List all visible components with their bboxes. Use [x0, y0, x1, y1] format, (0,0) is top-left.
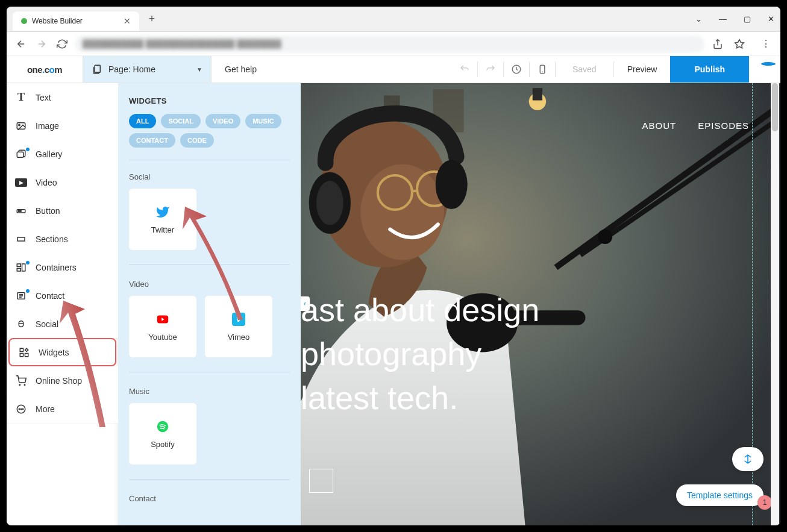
social-icon: [15, 319, 27, 330]
close-window-icon[interactable]: ✕: [768, 14, 774, 23]
redo-icon[interactable]: [478, 56, 503, 83]
svg-point-3: [770, 66, 772, 70]
site-nav: ABOUT EPISODES: [642, 120, 749, 131]
sidebar-item-contact[interactable]: Contact: [7, 281, 118, 310]
logo[interactable]: one.com: [7, 56, 83, 83]
svg-rect-14: [20, 348, 23, 351]
page-value: Home: [133, 64, 155, 74]
scrollbar[interactable]: [771, 83, 779, 525]
design-tools-button[interactable]: [732, 447, 763, 471]
chevron-down-icon[interactable]: ⌄: [695, 14, 702, 23]
share-icon[interactable]: [710, 37, 725, 51]
profile-button[interactable]: [749, 56, 780, 83]
sidebar-item-shop[interactable]: Online Shop: [7, 366, 118, 395]
sidebar-item-label: Online Shop: [36, 376, 82, 386]
svg-rect-15: [25, 353, 28, 356]
panel-title: WIDGETS: [129, 96, 290, 105]
more-icon: [15, 404, 27, 415]
app-topbar: one.com Page: Home ▼ Get help: [7, 56, 780, 83]
reload-icon[interactable]: [55, 37, 69, 51]
widget-twitter[interactable]: Twitter: [129, 189, 196, 250]
sidebar-item-image[interactable]: Image: [7, 111, 118, 140]
svg-rect-0: [95, 65, 100, 72]
widget-youtube[interactable]: Youtube: [129, 296, 196, 357]
widgets-icon: [18, 347, 30, 358]
preview-button[interactable]: Preview: [614, 56, 671, 83]
video-icon: ▶: [15, 178, 27, 187]
sidebar-item-label: Sections: [36, 234, 68, 244]
svg-rect-9: [17, 237, 25, 241]
sidebar-item-text[interactable]: T Text: [7, 83, 118, 111]
sidebar-item-label: Image: [36, 121, 59, 131]
minimize-icon[interactable]: —: [719, 14, 727, 23]
template-settings-button[interactable]: Template settings: [676, 484, 763, 506]
svg-rect-39: [533, 88, 542, 100]
maximize-icon[interactable]: ▢: [744, 14, 751, 23]
history-icon[interactable]: [504, 56, 529, 83]
nav-about[interactable]: ABOUT: [642, 120, 677, 131]
svg-point-33: [316, 181, 343, 225]
tag-video[interactable]: VIDEO: [205, 114, 240, 128]
section-video: Video: [129, 280, 290, 289]
nav-episodes[interactable]: EPISODES: [698, 120, 749, 131]
undo-icon[interactable]: [452, 56, 477, 83]
sidebar-item-label: Text: [36, 93, 51, 102]
sidebar-item-more[interactable]: More: [7, 395, 118, 423]
page-selector[interactable]: Page: Home ▼: [83, 56, 212, 83]
svg-point-20: [19, 408, 20, 410]
card-label: Vimeo: [228, 333, 250, 342]
sidebar-item-sections[interactable]: Sections: [7, 225, 118, 253]
button-icon: [15, 205, 27, 216]
menu-icon[interactable]: ⋮: [759, 37, 773, 51]
close-icon[interactable]: ✕: [124, 16, 131, 26]
sidebar-item-label: Containers: [36, 263, 77, 272]
filter-tags: ALL SOCIAL VIDEO MUSIC CONTACT CODE: [129, 114, 290, 160]
svg-point-5: [19, 124, 20, 125]
sidebar-item-widgets[interactable]: Widgets: [8, 338, 116, 366]
svg-point-17: [19, 384, 20, 386]
back-icon[interactable]: [14, 37, 28, 51]
svg-rect-11: [17, 268, 20, 271]
sidebar-item-label: Social: [36, 319, 58, 329]
star-icon[interactable]: [732, 37, 747, 51]
browser-tab[interactable]: Website Builder ✕: [13, 11, 139, 31]
tag-code[interactable]: CODE: [180, 133, 214, 148]
sidebar-item-label: Video: [36, 178, 57, 187]
sidebar: T Text Image Gallery ▶ Video Button: [7, 83, 118, 525]
sidebar-item-gallery[interactable]: Gallery: [7, 140, 118, 168]
sidebar-item-button[interactable]: Button: [7, 196, 118, 225]
containers-icon: [15, 262, 27, 273]
notification-badge[interactable]: 1: [757, 495, 772, 510]
tag-contact[interactable]: CONTACT: [129, 133, 175, 148]
svg-point-34: [436, 160, 468, 209]
new-tab-button[interactable]: +: [149, 13, 155, 25]
forward-icon[interactable]: [34, 37, 49, 51]
sidebar-item-label: Gallery: [36, 149, 62, 159]
svg-rect-16: [20, 353, 23, 356]
tab-title: Website Builder: [32, 17, 83, 25]
canvas[interactable]: ‹ ABOUT EPISODES ast about design photog…: [301, 83, 780, 525]
svg-point-21: [20, 408, 22, 410]
tag-music[interactable]: MUSIC: [245, 114, 281, 128]
publish-button[interactable]: Publish: [670, 56, 749, 83]
widget-spotify[interactable]: Spotify: [129, 403, 196, 465]
help-link[interactable]: Get help: [212, 56, 270, 83]
mobile-icon[interactable]: [530, 56, 555, 83]
contact-icon: [15, 290, 27, 301]
section-music: Music: [129, 387, 290, 396]
hero-button[interactable]: [309, 469, 333, 493]
svg-rect-6: [17, 152, 24, 157]
sidebar-item-label: Contact: [36, 291, 64, 301]
gallery-icon: [15, 149, 27, 160]
hero-headline: ast about design photography latest tech…: [301, 288, 539, 420]
address-bar[interactable]: ███████████ ████████████████ ████████: [75, 36, 704, 52]
sidebar-item-video[interactable]: ▶ Video: [7, 168, 118, 196]
tag-social[interactable]: SOCIAL: [161, 114, 201, 128]
sidebar-item-social[interactable]: Social: [7, 310, 118, 338]
svg-point-22: [22, 408, 24, 410]
widget-vimeo[interactable]: v Vimeo: [205, 296, 272, 357]
card-label: Youtube: [148, 333, 177, 342]
topbar-actions: Saved Preview: [452, 56, 671, 83]
tag-all[interactable]: ALL: [129, 114, 156, 128]
sidebar-item-containers[interactable]: Containers: [7, 253, 118, 281]
